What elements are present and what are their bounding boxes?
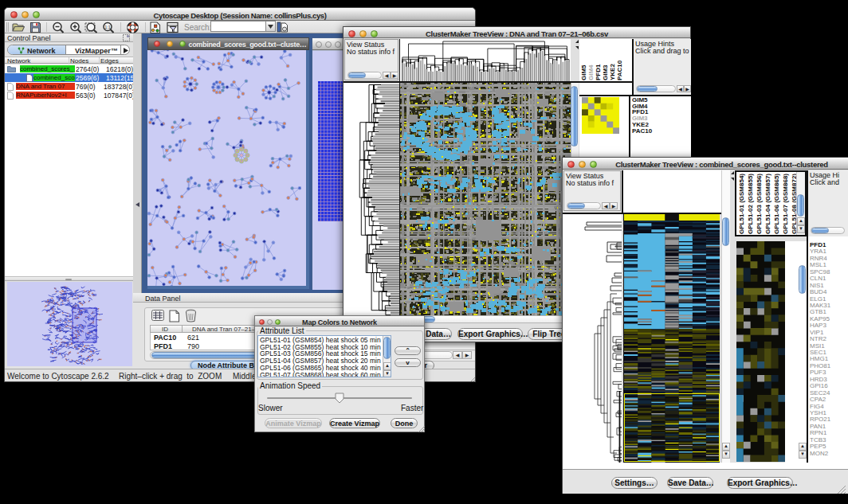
- svg-text:GIM4: GIM4: [587, 64, 595, 80]
- svg-text:GPL51-06 (GSM865): GPL51-06 (GSM865): [773, 174, 780, 234]
- svg-text:GIM5: GIM5: [580, 64, 587, 80]
- svg-text:GPL51-02 (GSM855): GPL51-02 (GSM855): [747, 174, 754, 234]
- svg-text:GIM3: GIM3: [602, 64, 609, 80]
- svg-text:GPL51-04 (GSM857): GPL51-04 (GSM857): [764, 174, 771, 234]
- svg-text:PFD1: PFD1: [595, 64, 602, 80]
- svg-text:GPL51-01 (GSM854): GPL51-01 (GSM854): [738, 174, 745, 234]
- svg-text:GPL51-07 (GSM868): GPL51-07 (GSM868): [782, 174, 789, 234]
- svg-text:PAC10: PAC10: [616, 60, 623, 80]
- svg-text:YKE2: YKE2: [609, 64, 616, 80]
- svg-text:GPL51-03 (GSM856): GPL51-03 (GSM856): [756, 174, 763, 234]
- svg-text:1:1: 1:1: [104, 25, 111, 29]
